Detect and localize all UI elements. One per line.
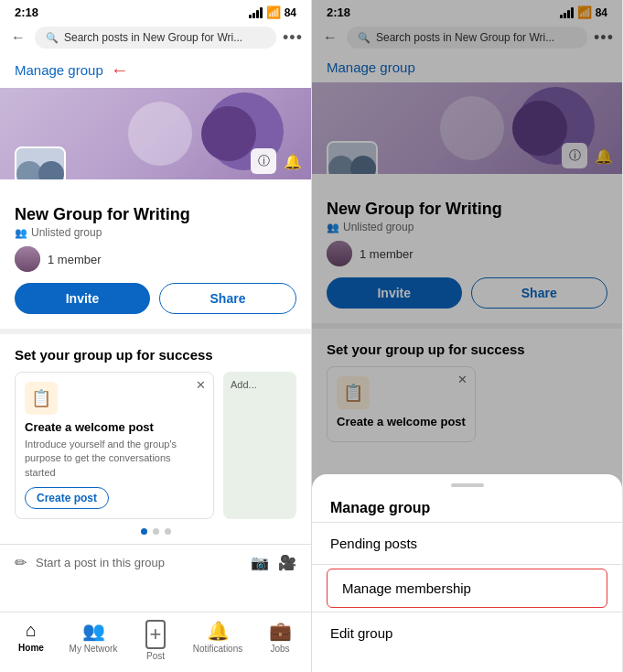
search-text-left: Search posts in New Group for Wri... xyxy=(64,31,242,44)
nav-network-left[interactable]: 👥 My Network xyxy=(62,620,124,661)
camera-icon-left[interactable]: 📷 xyxy=(251,554,269,571)
card-desc-left: Introduce yourself and the group's purpo… xyxy=(25,438,204,480)
back-button-left[interactable]: ← xyxy=(7,29,29,46)
member-row-left: 1 member xyxy=(15,246,296,272)
search-icon-left: 🔍 xyxy=(46,32,59,44)
bottom-nav-left: ⌂ Home 👥 My Network + Post 🔔 Notificatio… xyxy=(0,612,311,672)
edit-icon-left: ✏ xyxy=(15,554,27,571)
cards-row-left: ✕ 📋 Create a welcome post Introduce your… xyxy=(15,372,296,519)
nav-home-left[interactable]: ⌂ Home xyxy=(0,620,62,661)
browser-bar-left: ← 🔍 Search posts in New Group for Wri...… xyxy=(0,23,311,52)
invite-button-left[interactable]: Invite xyxy=(15,283,150,314)
success-title-left: Set your group up for success xyxy=(15,347,296,363)
post-input-left[interactable]: Start a post in this group xyxy=(36,556,242,569)
dot-2-left xyxy=(153,528,159,535)
manage-group-link-left[interactable]: Manage group ← xyxy=(0,52,311,88)
status-icons-left: 📶 84 xyxy=(249,5,296,19)
sheet-item-pending[interactable]: Pending posts xyxy=(312,523,622,564)
nav-post-left[interactable]: + Post xyxy=(124,620,187,661)
member-count-left: 1 member xyxy=(48,253,102,266)
card-close-left[interactable]: ✕ xyxy=(196,378,206,392)
annotation-arrow: ← xyxy=(111,60,129,81)
nav-notifications-left[interactable]: 🔔 Notifications xyxy=(187,620,249,661)
sheet-item-membership[interactable]: Manage membership xyxy=(327,569,607,608)
notifications-label-left: Notifications xyxy=(193,644,242,654)
search-bar-left[interactable]: 🔍 Search posts in New Group for Wri... xyxy=(35,27,276,49)
dot-1-left xyxy=(141,528,147,535)
post-icon-left: + xyxy=(145,620,166,649)
network-label-left: My Network xyxy=(70,644,118,654)
group-type-left: 👥 Unlisted group xyxy=(15,226,296,239)
nav-jobs-left[interactable]: 💼 Jobs xyxy=(249,620,311,661)
info-icon-banner-left[interactable]: ⓘ xyxy=(251,148,276,174)
group-info-left: New Group for Writing 👥 Unlisted group 1… xyxy=(0,179,311,329)
sheet-item-edit[interactable]: Edit group xyxy=(312,612,622,654)
home-icon-left: ⌂ xyxy=(26,620,37,641)
card-title-left: Create a welcome post xyxy=(25,420,204,434)
more-button-left[interactable]: ••• xyxy=(282,28,304,48)
status-bar-left: 2:18 📶 84 xyxy=(0,0,311,23)
banner-circle-3 xyxy=(201,106,256,161)
battery-left: 84 xyxy=(285,6,296,19)
post-label-left: Post xyxy=(146,651,165,661)
banner-icons-left: ⓘ 🔔 xyxy=(251,148,302,174)
group-banner-left: ⓘ 🔔 xyxy=(0,88,311,179)
bell-icon-banner-left[interactable]: 🔔 xyxy=(284,153,302,170)
notifications-icon-left: 🔔 xyxy=(207,620,230,642)
time-left: 2:18 xyxy=(15,5,38,19)
dots-row-left xyxy=(15,519,296,544)
member-avatar-left xyxy=(15,246,40,272)
sheet-handle xyxy=(451,483,484,487)
right-panel: 2:18 📶 84 ← 🔍 Search posts in New Group … xyxy=(311,0,622,672)
wifi-icon: 📶 xyxy=(266,5,281,19)
signal-icon xyxy=(249,7,263,18)
group-type-icon-left: 👥 xyxy=(15,227,27,239)
card-icon-left: 📋 xyxy=(25,382,58,415)
video-icon-left[interactable]: 🎥 xyxy=(278,554,296,571)
jobs-label-left: Jobs xyxy=(270,644,289,654)
dot-3-left xyxy=(165,528,171,535)
network-icon-left: 👥 xyxy=(82,620,105,642)
manage-group-label-left: Manage group xyxy=(15,62,103,78)
jobs-icon-left: 💼 xyxy=(269,620,292,642)
card-welcome-left: ✕ 📋 Create a welcome post Introduce your… xyxy=(15,372,214,519)
sheet-divider-2 xyxy=(312,564,622,565)
home-label-left: Home xyxy=(18,643,44,653)
banner-circle-1 xyxy=(128,102,192,166)
create-post-button-left[interactable]: Create post xyxy=(25,487,109,509)
group-avatar-left xyxy=(15,146,66,179)
group-name-left: New Group for Writing xyxy=(15,205,296,224)
success-section-left: Set your group up for success ✕ 📋 Create… xyxy=(0,329,311,544)
sheet-title: Manage group xyxy=(312,491,622,522)
bottom-sheet: Manage group Pending posts Manage member… xyxy=(312,474,622,672)
post-input-row-left: ✏ Start a post in this group 📷 🎥 xyxy=(0,544,311,580)
action-buttons-left: Invite Share xyxy=(15,283,296,314)
card-partial-left: Add... xyxy=(223,372,296,519)
left-panel: 2:18 📶 84 ← 🔍 Search posts in New Group … xyxy=(0,0,311,672)
share-button-left[interactable]: Share xyxy=(159,283,296,314)
